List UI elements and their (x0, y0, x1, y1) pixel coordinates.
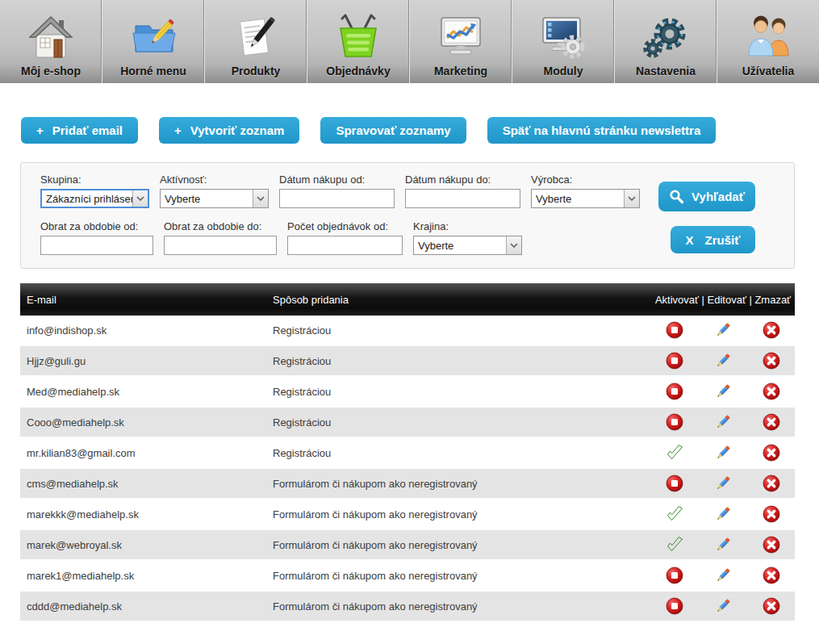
gears-icon (641, 11, 690, 63)
row-email: cms@mediahelp.sk (20, 478, 273, 490)
nav-item-moj-eshop[interactable]: Môj e-shop (0, 0, 102, 83)
users-icon (744, 11, 792, 63)
home-icon (27, 11, 75, 63)
edit-pencil-icon[interactable] (714, 383, 732, 400)
cancel-button[interactable]: X Zrušiť (671, 226, 755, 253)
nav-label: Objednávky (326, 65, 390, 77)
edit-pencil-icon[interactable] (714, 597, 732, 615)
nav-label: Môj e-shop (21, 65, 81, 77)
delete-x-icon[interactable] (763, 475, 780, 492)
row-method: Formulárom či nákupom ako neregistrovaný (273, 539, 605, 551)
plus-icon: + (36, 123, 44, 137)
delete-x-icon[interactable] (763, 444, 780, 462)
table-row: Cooo@mediahelp.sk Registráciou (20, 408, 795, 438)
chevron-down-icon (624, 190, 639, 207)
datum-nakupu-do-input[interactable] (405, 189, 520, 208)
status-active-check-icon[interactable] (666, 536, 683, 554)
plus-icon: + (174, 123, 182, 137)
row-email: info@indishop.sk (20, 324, 273, 337)
status-inactive-stop-icon[interactable] (666, 352, 683, 370)
row-actions (605, 383, 795, 400)
manage-lists-label: Spravovať zoznamy (336, 123, 450, 137)
delete-x-icon[interactable] (763, 597, 780, 615)
nav-label: Nastavenia (636, 65, 696, 77)
edit-pencil-icon[interactable] (714, 536, 732, 554)
edit-pencil-icon[interactable] (714, 321, 732, 339)
obrat-do-input[interactable] (164, 236, 277, 255)
row-method: Formulárom či nákupom ako neregistrovaný (273, 570, 605, 582)
add-email-button[interactable]: + Pridať email (21, 117, 138, 144)
row-actions (605, 352, 795, 370)
chevron-down-icon (506, 236, 521, 254)
basket-icon (334, 11, 382, 63)
status-active-check-icon[interactable] (666, 505, 683, 523)
delete-x-icon[interactable] (763, 567, 780, 584)
delete-x-icon[interactable] (763, 413, 780, 431)
field-label: Počet objednávok od: (287, 220, 403, 232)
obrat-od-input[interactable] (40, 236, 153, 255)
row-method: Formulárom či nákupom ako neregistrovaný (273, 508, 605, 521)
row-email: Cooo@mediahelp.sk (20, 416, 273, 429)
edit-pencil-icon[interactable] (714, 567, 732, 584)
status-inactive-stop-icon[interactable] (666, 413, 683, 431)
nav-item-uzivatelia[interactable]: Užívatelia (717, 0, 819, 83)
row-email: Med@mediahelp.sk (20, 386, 273, 398)
create-list-button[interactable]: + Vytvoriť zoznam (159, 117, 299, 144)
nav-item-objednavky[interactable]: Objednávky (307, 0, 409, 83)
create-list-label: Vytvoriť zoznam (190, 123, 285, 137)
actions-bar: + Pridať email + Vytvoriť zoznam Spravov… (21, 117, 819, 144)
edit-pencil-icon[interactable] (714, 475, 732, 492)
status-inactive-stop-icon[interactable] (666, 597, 683, 615)
edit-pencil-icon[interactable] (714, 352, 732, 370)
aktivnost-select[interactable]: Vyberte (160, 189, 269, 208)
status-inactive-stop-icon[interactable] (666, 475, 683, 492)
row-actions (605, 505, 795, 523)
datum-nakupu-od-input[interactable] (279, 189, 395, 208)
table-row: Hjjz@guli.gu Registráciou (20, 346, 795, 377)
nav-item-horne-menu[interactable]: Horné menu (102, 0, 204, 83)
manage-lists-button[interactable]: Spravovať zoznamy (320, 117, 466, 144)
field-label: Výrobca: (531, 174, 640, 186)
delete-x-icon[interactable] (763, 505, 780, 523)
delete-x-icon[interactable] (763, 383, 780, 400)
filter-field-krajina: Krajina: Vyberte (413, 220, 522, 255)
nav-item-moduly[interactable]: Moduly (512, 0, 614, 83)
row-actions (605, 475, 795, 492)
search-button[interactable]: Vyhľadať (658, 182, 755, 211)
edit-pencil-icon[interactable] (714, 505, 732, 523)
field-label: Skupina: (40, 174, 149, 186)
status-inactive-stop-icon[interactable] (666, 567, 683, 584)
edit-pencil-icon[interactable] (714, 413, 732, 431)
monitor-chart-icon (437, 11, 485, 63)
row-email: marekkk@mediahelp.sk (20, 508, 273, 521)
table-row: Med@mediahelp.sk Registráciou (20, 377, 795, 408)
delete-x-icon[interactable] (763, 321, 780, 339)
folder-pencil-icon (128, 11, 178, 63)
filter-row-2: Obrat za obdobie od: Obrat za obdobie do… (40, 220, 775, 255)
row-method: Registráciou (273, 416, 605, 429)
skupina-select[interactable]: Zákazníci prihlásení n (40, 189, 149, 208)
row-actions (605, 597, 795, 615)
header-actions: Aktivovať | Editovať | Zmazať (605, 294, 795, 306)
row-email: marek1@mediahelp.sk (20, 570, 273, 582)
krajina-select[interactable]: Vyberte (413, 236, 522, 255)
delete-x-icon[interactable] (763, 536, 780, 554)
edit-pencil-icon[interactable] (714, 444, 732, 462)
vyrobca-select[interactable]: Vyberte (531, 189, 640, 208)
field-label: Dátum nákupu od: (279, 174, 395, 186)
row-email: marek@webroyal.sk (20, 539, 273, 551)
back-to-newsletter-button[interactable]: Späť na hlavnú stránku newslettra (487, 117, 717, 144)
row-actions (605, 536, 795, 554)
status-inactive-stop-icon[interactable] (666, 383, 683, 400)
row-email: mr.kilian83@gmail.com (20, 447, 273, 459)
pocet-objednavok-input[interactable] (287, 236, 403, 255)
top-navigation: Môj e-shop Horné menu (0, 0, 819, 83)
row-method: Formulárom či nákupom ako neregistrovaný (273, 600, 605, 613)
delete-x-icon[interactable] (763, 352, 780, 370)
status-active-check-icon[interactable] (666, 444, 683, 462)
filter-field-obrat-do: Obrat za obdobie do: (164, 220, 277, 255)
status-inactive-stop-icon[interactable] (666, 321, 683, 339)
nav-item-marketing[interactable]: Marketing (409, 0, 512, 83)
nav-item-produkty[interactable]: Produkty (204, 0, 307, 83)
nav-item-nastavenia[interactable]: Nastavenia (614, 0, 717, 83)
